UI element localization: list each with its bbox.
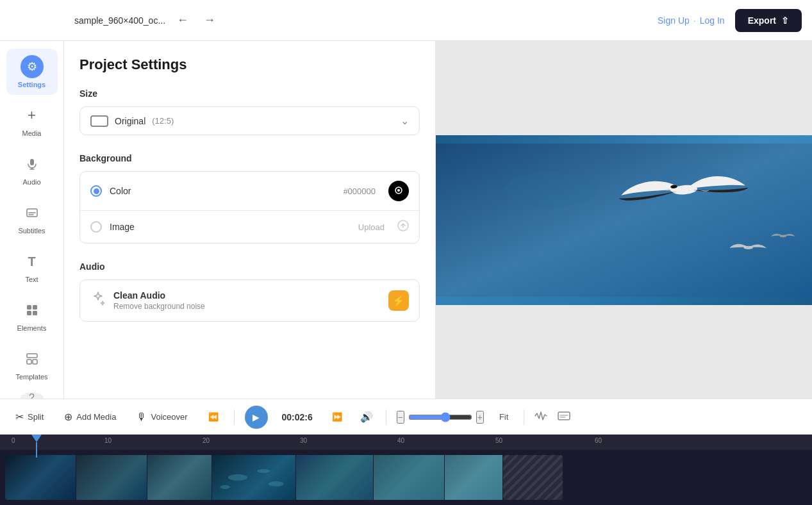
- svg-rect-9: [33, 311, 37, 315]
- image-radio[interactable]: [90, 221, 102, 233]
- svg-rect-11: [27, 360, 31, 364]
- svg-rect-7: [33, 305, 37, 310]
- auth-links: Sign Up · Log In: [658, 15, 725, 26]
- size-dropdown-left: Original (12:5): [90, 115, 174, 127]
- background-label: Background: [79, 153, 420, 163]
- sidebar-item-text[interactable]: T Text: [6, 244, 58, 290]
- lightning-icon: ⚡: [392, 295, 405, 307]
- skip-forward-icon: ⏩: [332, 412, 342, 422]
- timeline-tracks: [0, 450, 812, 505]
- help-button[interactable]: ?: [21, 392, 44, 399]
- sidebar-item-elements[interactable]: Elements: [6, 292, 58, 338]
- track-segment-7: [445, 455, 502, 500]
- audio-section: Audio Clean Audio Remove background nois…: [79, 261, 420, 322]
- toolbar-separator-3: [524, 410, 524, 425]
- zoom-out-button[interactable]: −: [397, 411, 404, 424]
- svg-point-31: [220, 485, 230, 489]
- color-option[interactable]: Color #000000: [80, 172, 419, 211]
- sidebar-item-templates[interactable]: Templates: [6, 341, 58, 387]
- image-option[interactable]: Image Upload: [80, 211, 419, 243]
- color-hex: #000000: [343, 186, 376, 196]
- sidebar-item-subtitles[interactable]: Subtitles: [6, 195, 58, 241]
- track-empty-hatch: [503, 455, 563, 500]
- track-segment-5: [296, 455, 373, 500]
- help-icon: ?: [29, 392, 35, 399]
- chevron-down-icon: ⌄: [401, 115, 409, 127]
- size-icon: [90, 115, 108, 127]
- voiceover-label: Voiceover: [151, 412, 187, 422]
- voiceover-button[interactable]: 🎙 Voiceover: [131, 408, 192, 427]
- signup-link[interactable]: Sign Up: [658, 15, 690, 26]
- audio-icon: [21, 153, 44, 176]
- play-button[interactable]: ▶: [245, 406, 268, 429]
- zoom-in-button[interactable]: +: [476, 411, 484, 424]
- add-media-icon: ⊕: [64, 411, 72, 423]
- sidebar-item-settings[interactable]: ⚙ Settings: [6, 49, 58, 95]
- preview-background: [436, 135, 812, 305]
- top-bar: sample_960×400_oc... ← → Sign Up · Log I…: [0, 0, 812, 41]
- svg-point-30: [269, 481, 284, 486]
- upload-text: Upload: [358, 222, 385, 232]
- caption-button[interactable]: [558, 411, 570, 424]
- sidebar-item-audio[interactable]: Audio: [6, 146, 58, 192]
- svg-rect-6: [27, 305, 31, 310]
- track-segment-4: [212, 455, 295, 500]
- login-link[interactable]: Log In: [700, 15, 725, 26]
- svg-rect-12: [33, 360, 37, 364]
- ruler-mark-40: 40: [397, 437, 404, 444]
- filename-label: sample_960×400_oc...: [74, 15, 165, 26]
- ruler-mark-20: 20: [203, 437, 210, 444]
- skip-back-button[interactable]: ⏪: [203, 408, 224, 426]
- svg-rect-0: [30, 159, 34, 165]
- export-button[interactable]: Export ⇧: [735, 9, 802, 32]
- fit-button[interactable]: Fit: [494, 410, 513, 424]
- auth-separator: ·: [693, 15, 696, 26]
- clean-audio-button[interactable]: ⚡: [388, 290, 409, 311]
- preview-area: [436, 41, 812, 399]
- timecode-display: 00:02:6: [278, 412, 317, 422]
- svg-point-29: [257, 469, 270, 473]
- split-label: Split: [28, 412, 44, 422]
- clean-audio-title: Clean Audio: [113, 290, 381, 301]
- ruler-mark-0: 0: [12, 437, 15, 444]
- svg-rect-16: [436, 143, 812, 296]
- sidebar-label-templates: Templates: [15, 373, 47, 381]
- upload-icon: [397, 220, 409, 234]
- size-dropdown[interactable]: Original (12:5) ⌄: [79, 106, 420, 135]
- playhead-line: [36, 442, 37, 458]
- track-segment-1: [5, 455, 76, 500]
- zoom-controls: − +: [397, 411, 484, 424]
- clean-audio-card: Clean Audio Remove background noise ⚡: [79, 279, 420, 322]
- undo-button[interactable]: ←: [172, 11, 194, 29]
- video-track: [5, 455, 563, 500]
- background-section: Background Color #000000: [79, 153, 420, 244]
- color-radio[interactable]: [90, 185, 102, 197]
- size-label: Size: [79, 88, 420, 99]
- volume-button[interactable]: 🔊: [358, 408, 376, 426]
- media-icon: +: [21, 104, 44, 127]
- timeline-ruler: 0 10 20 30 40 50 60: [0, 435, 812, 450]
- color-label: Color: [110, 186, 335, 196]
- voiceover-icon: 🎙: [137, 411, 147, 423]
- audio-section-label: Audio: [79, 261, 420, 272]
- sparkle-icon: [90, 291, 106, 310]
- image-label: Image: [110, 222, 351, 232]
- zoom-slider[interactable]: [408, 412, 472, 422]
- waveform-button[interactable]: [534, 411, 547, 424]
- subtitles-icon: [21, 201, 44, 224]
- ruler-mark-50: 50: [495, 437, 502, 444]
- settings-title: Project Settings: [79, 56, 420, 73]
- add-media-button[interactable]: ⊕ Add Media: [59, 407, 121, 427]
- sidebar-item-media[interactable]: + Media: [6, 97, 58, 144]
- text-icon: T: [21, 250, 44, 273]
- skip-forward-button[interactable]: ⏩: [327, 408, 347, 426]
- sidebar-label-elements: Elements: [17, 324, 47, 332]
- redo-button[interactable]: →: [199, 11, 220, 29]
- split-button[interactable]: ✂ Split: [10, 407, 49, 427]
- fit-label: Fit: [499, 412, 508, 422]
- color-swatch[interactable]: [388, 181, 409, 201]
- ruler-marks: 0 10 20 30 40 50 60: [5, 435, 807, 450]
- toolbar-separator-2: [386, 410, 386, 425]
- track-segment-3: [147, 455, 211, 500]
- top-bar-left: sample_960×400_oc... ← →: [10, 11, 658, 29]
